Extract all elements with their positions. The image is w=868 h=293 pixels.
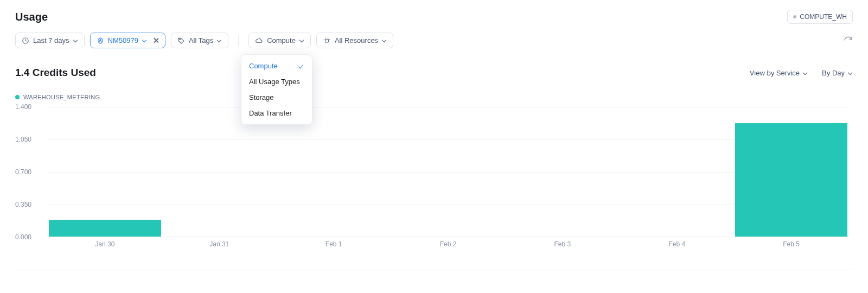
usage-type-filter[interactable]: Compute <box>248 33 311 48</box>
page-title: Usage <box>15 11 48 23</box>
x-axis-tick: Feb 5 <box>734 240 848 252</box>
dropdown-item[interactable]: Data Transfer <box>241 105 312 121</box>
status-dot-icon <box>793 15 796 18</box>
x-axis-tick: Feb 1 <box>277 240 391 252</box>
x-axis-tick: Jan 31 <box>162 240 277 252</box>
cloud-icon <box>255 37 263 44</box>
svg-point-1 <box>99 39 101 41</box>
svg-rect-3 <box>326 39 329 42</box>
chevron-down-icon <box>73 38 78 43</box>
chart-bar[interactable] <box>49 220 161 237</box>
chevron-down-icon <box>142 38 147 43</box>
warehouse-name: COMPUTE_WH <box>800 13 847 21</box>
y-axis-tick: 1.050 <box>15 136 43 143</box>
view-by-selector[interactable]: View by Service <box>750 69 808 77</box>
view-by-label: View by Service <box>750 69 800 77</box>
granularity-selector[interactable]: By Day <box>822 69 853 77</box>
user-filter-chip[interactable]: NM50979 <box>90 33 165 48</box>
time-range-label: Last 7 days <box>33 36 69 44</box>
legend-swatch-icon <box>15 95 20 99</box>
x-axis-tick: Feb 4 <box>620 240 734 252</box>
usage-bar-chart: Jan 30Jan 31Feb 1Feb 2Feb 3Feb 4Feb 5 0.… <box>15 107 853 253</box>
chevron-down-icon <box>382 38 387 43</box>
time-range-filter[interactable]: Last 7 days <box>15 33 85 48</box>
svg-point-2 <box>180 39 181 40</box>
filter-bar: Last 7 days NM50979 All Tags Compute All… <box>15 33 853 48</box>
chevron-down-icon <box>299 38 304 43</box>
section-divider <box>15 270 853 270</box>
usage-type-label: Compute <box>267 36 296 44</box>
check-icon <box>298 63 304 69</box>
user-filter-label: NM50979 <box>108 36 138 44</box>
warehouse-badge[interactable]: COMPUTE_WH <box>787 10 853 24</box>
chart-bar[interactable] <box>735 123 847 237</box>
resources-label: All Resources <box>335 36 378 44</box>
resources-filter[interactable]: All Resources <box>316 33 393 48</box>
y-axis-tick: 1.400 <box>15 103 43 111</box>
legend-series-label: WAREHOUSE_METERING <box>23 94 100 100</box>
dropdown-item-label: Data Transfer <box>249 109 292 117</box>
chart-legend: WAREHOUSE_METERING <box>15 94 853 100</box>
refresh-button[interactable] <box>844 36 853 45</box>
x-axis-tick: Feb 2 <box>391 240 506 252</box>
dropdown-item[interactable]: Storage <box>241 90 312 105</box>
x-axis-tick: Feb 3 <box>505 240 620 252</box>
x-axis-tick: Jan 30 <box>48 240 162 252</box>
divider <box>238 35 239 47</box>
y-axis-tick: 0.000 <box>15 233 43 241</box>
resources-icon <box>323 37 331 44</box>
tags-label: All Tags <box>189 36 213 44</box>
clear-filter-icon[interactable] <box>153 37 159 43</box>
y-axis-tick: 0.700 <box>15 168 43 176</box>
dropdown-item-label: Storage <box>249 93 274 101</box>
chevron-down-icon <box>217 38 222 43</box>
y-axis-tick: 0.350 <box>15 201 43 208</box>
dropdown-item[interactable]: All Usage Types <box>241 74 312 90</box>
usage-type-dropdown: ComputeAll Usage TypesStorageData Transf… <box>241 54 312 125</box>
tag-icon <box>177 37 185 44</box>
dropdown-item-label: Compute <box>249 62 278 70</box>
credits-used-heading: 1.4 Credits Used <box>15 67 96 79</box>
tags-filter[interactable]: All Tags <box>171 33 228 48</box>
dropdown-item-label: All Usage Types <box>249 78 300 86</box>
dropdown-item[interactable]: Compute <box>241 58 312 74</box>
granularity-label: By Day <box>822 69 845 77</box>
clock-icon <box>22 37 29 44</box>
chevron-down-icon <box>848 71 853 75</box>
chevron-down-icon <box>803 71 808 75</box>
user-icon <box>97 37 104 44</box>
